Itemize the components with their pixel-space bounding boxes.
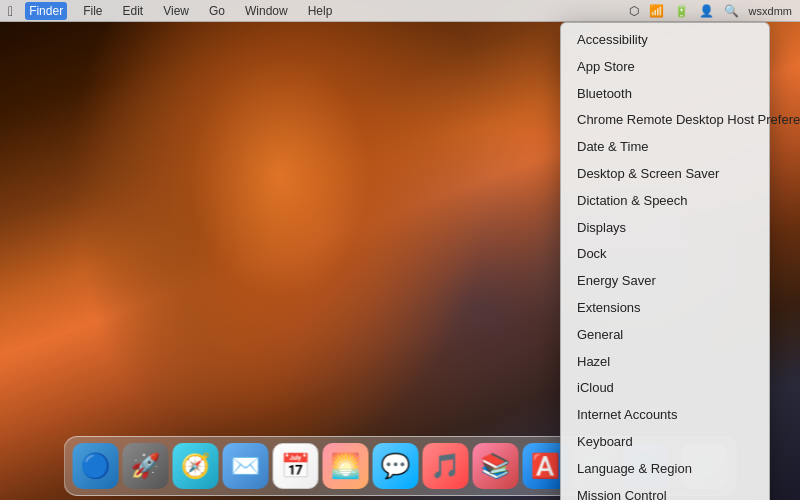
- menubar-file[interactable]: File: [79, 2, 106, 20]
- search-icon[interactable]: 🔍: [724, 4, 739, 18]
- menu-item-date---time[interactable]: Date & Time: [561, 134, 769, 161]
- menu-item-icloud[interactable]: iCloud: [561, 375, 769, 402]
- apple-menu[interactable]: : [8, 3, 13, 19]
- dock-icon-safari[interactable]: 🧭: [173, 443, 219, 489]
- dock-icon-finder[interactable]: 🔵: [73, 443, 119, 489]
- menu-item-general[interactable]: General: [561, 322, 769, 349]
- wifi-icon[interactable]: 📶: [649, 4, 664, 18]
- menubar-window[interactable]: Window: [241, 2, 292, 20]
- dropbox-icon[interactable]: ⬡: [629, 4, 639, 18]
- desktop:  Finder File Edit View Go Window Help ⬡…: [0, 0, 800, 500]
- dock-icon-mail[interactable]: ✉️: [223, 443, 269, 489]
- menu-item-language---region[interactable]: Language & Region: [561, 456, 769, 483]
- menu-item-extensions[interactable]: Extensions: [561, 295, 769, 322]
- user-icon[interactable]: 👤: [699, 4, 714, 18]
- menu-item-bluetooth[interactable]: Bluetooth: [561, 81, 769, 108]
- menubar-finder[interactable]: Finder: [25, 2, 67, 20]
- menu-item-keyboard[interactable]: Keyboard: [561, 429, 769, 456]
- menu-item-internet-accounts[interactable]: Internet Accounts: [561, 402, 769, 429]
- menubar-right: ⬡ 📶 🔋 👤 🔍 wsxdmm: [629, 4, 792, 18]
- dock-icon-music[interactable]: 🎵: [423, 443, 469, 489]
- dock-icon-messages[interactable]: 💬: [373, 443, 419, 489]
- menubar-view[interactable]: View: [159, 2, 193, 20]
- dock-icon-books[interactable]: 📚: [473, 443, 519, 489]
- menu-item-chrome-remote-desktop-host-preferences[interactable]: Chrome Remote Desktop Host Preferences: [561, 107, 769, 134]
- dock-icon-photos[interactable]: 🌅: [323, 443, 369, 489]
- clock-display: wsxdmm: [749, 5, 792, 17]
- menu-item-dictation---speech[interactable]: Dictation & Speech: [561, 188, 769, 215]
- menubar-go[interactable]: Go: [205, 2, 229, 20]
- menu-item-accessibility[interactable]: Accessibility: [561, 27, 769, 54]
- menu-item-app-store[interactable]: App Store: [561, 54, 769, 81]
- menu-item-hazel[interactable]: Hazel: [561, 349, 769, 376]
- dock-icon-launchpad[interactable]: 🚀: [123, 443, 169, 489]
- menubar-edit[interactable]: Edit: [118, 2, 147, 20]
- context-menu: AccessibilityApp StoreBluetoothChrome Re…: [560, 22, 770, 500]
- menu-item-mission-control[interactable]: Mission Control: [561, 483, 769, 500]
- battery-icon[interactable]: 🔋: [674, 4, 689, 18]
- menubar:  Finder File Edit View Go Window Help ⬡…: [0, 0, 800, 22]
- menu-item-energy-saver[interactable]: Energy Saver: [561, 268, 769, 295]
- menu-item-desktop---screen-saver[interactable]: Desktop & Screen Saver: [561, 161, 769, 188]
- dock-icon-calendar[interactable]: 📅: [273, 443, 319, 489]
- menu-item-displays[interactable]: Displays: [561, 215, 769, 242]
- menubar-help[interactable]: Help: [304, 2, 337, 20]
- menu-item-dock[interactable]: Dock: [561, 241, 769, 268]
